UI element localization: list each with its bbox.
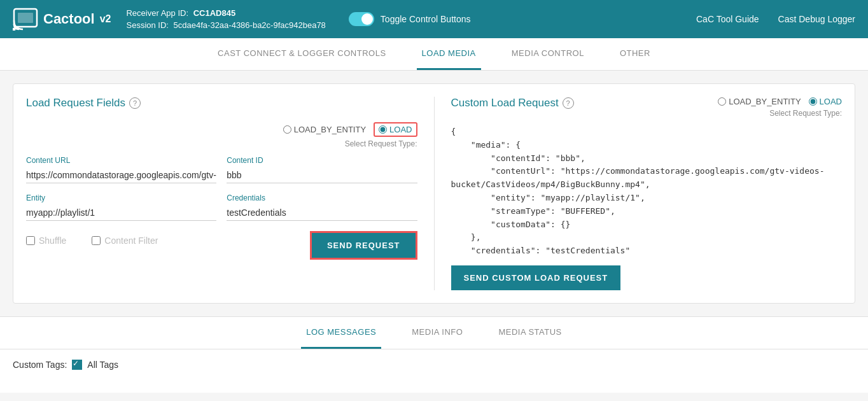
app-version: v2 [100,13,111,25]
right-radio-load[interactable]: LOAD [809,97,842,106]
left-request-type-radios: LOAD_BY_ENTITY LOAD [283,122,417,137]
custom-tags-row: Custom Tags: All Tags [0,349,868,380]
entity-group: Entity [26,193,216,221]
load-request-fields-grid: Content URL Content ID Entity Credential… [26,156,417,221]
main-nav-tabs: CAST CONNECT & LOGGER CONTROLS LOAD MEDI… [0,38,868,71]
left-radio-load[interactable]: LOAD [374,122,417,137]
app-header: Cactool v2 Receiver App ID: CC1AD845 Ses… [0,0,868,38]
content-filter-checkbox[interactable] [92,236,101,245]
content-id-group: Content ID [227,156,417,183]
credentials-group: Credentials [227,193,417,221]
panel-divider [434,97,435,290]
session-info: Receiver App ID: CC1AD845 Session ID: 5c… [126,7,325,32]
custom-load-help-icon[interactable]: ? [563,97,574,109]
svg-rect-1 [18,13,33,23]
custom-tags-label: Custom Tags: [13,360,67,370]
tab-cast-connect[interactable]: CAST CONNECT & LOGGER CONTROLS [213,38,391,70]
credentials-label: Credentials [227,193,417,202]
all-tags-label: All Tags [87,360,118,370]
main-content: Load Request Fields ? LOAD_BY_ENTITY LOA… [0,71,868,316]
right-request-type-radios: LOAD_BY_ENTITY LOAD [718,97,842,106]
cast-icon [13,8,38,31]
bottom-section: LOG MESSAGES MEDIA INFO MEDIA STATUS Cus… [0,316,868,393]
content-filter-checkbox-group: Content Filter [92,236,158,246]
receiver-info: Receiver App ID: CC1AD845 [126,7,325,20]
shuffle-label: Shuffle [39,236,66,246]
left-radio-load-by-entity[interactable]: LOAD_BY_ENTITY [283,125,366,134]
send-request-button[interactable]: SEND REQUEST [310,231,417,260]
checkboxes-area: Shuffle Content Filter [26,236,158,246]
cast-debug-logger-link[interactable]: Cast Debug Logger [778,14,855,24]
load-request-panel: Load Request Fields ? LOAD_BY_ENTITY LOA… [26,97,417,290]
tab-other[interactable]: OTHER [615,38,655,70]
json-editor[interactable]: { "media": { "contentId": "bbb", "conten… [451,125,843,258]
toggle-control-buttons[interactable] [349,12,374,26]
right-select-type-label: Select Request Type: [769,109,842,118]
custom-load-title: Custom Load Request ? [451,97,574,109]
tab-media-info[interactable]: MEDIA INFO [407,317,468,349]
tab-load-media[interactable]: LOAD MEDIA [417,38,481,70]
toggle-label: Toggle Control Buttons [381,14,471,24]
cac-tool-guide-link[interactable]: CaC Tool Guide [696,14,759,24]
custom-load-panel: Custom Load Request ? LOAD_BY_ENTITY LOA… [451,97,843,290]
all-tags-checkbox[interactable] [72,360,82,370]
entity-label: Entity [26,193,216,202]
content-filter-label: Content Filter [104,236,158,246]
send-custom-load-request-button[interactable]: SEND CUSTOM LOAD REQUEST [451,265,621,290]
toggle-area: Toggle Control Buttons [349,12,471,26]
tab-media-control[interactable]: MEDIA CONTROL [507,38,589,70]
panels-row: Load Request Fields ? LOAD_BY_ENTITY LOA… [13,83,855,304]
left-select-type-label: Select Request Type: [345,139,417,148]
shuffle-checkbox[interactable] [26,236,35,245]
content-id-input[interactable] [227,167,417,183]
content-url-label: Content URL [26,156,216,165]
session-info-row: Session ID: 5cdae4fa-32aa-4386-ba2c-9fac… [126,19,325,32]
credentials-input[interactable] [227,205,417,221]
tab-media-status[interactable]: MEDIA STATUS [493,317,566,349]
load-request-help-icon[interactable]: ? [129,97,141,109]
bottom-nav-tabs: LOG MESSAGES MEDIA INFO MEDIA STATUS [0,317,868,349]
app-title: Cactool [43,11,95,27]
content-id-label: Content ID [227,156,417,165]
entity-input[interactable] [26,205,216,221]
header-nav: CaC Tool Guide Cast Debug Logger [696,14,855,24]
right-radio-load-by-entity[interactable]: LOAD_BY_ENTITY [718,97,801,106]
right-request-type-area: LOAD_BY_ENTITY LOAD Select Request Type: [718,97,842,118]
shuffle-checkbox-group: Shuffle [26,236,66,246]
content-url-group: Content URL [26,156,216,183]
content-url-input[interactable] [26,167,216,183]
load-request-title: Load Request Fields ? [26,97,417,109]
tab-log-messages[interactable]: LOG MESSAGES [301,317,381,349]
logo: Cactool v2 [13,8,111,31]
custom-load-header: Custom Load Request ? LOAD_BY_ENTITY LOA… [451,97,843,118]
